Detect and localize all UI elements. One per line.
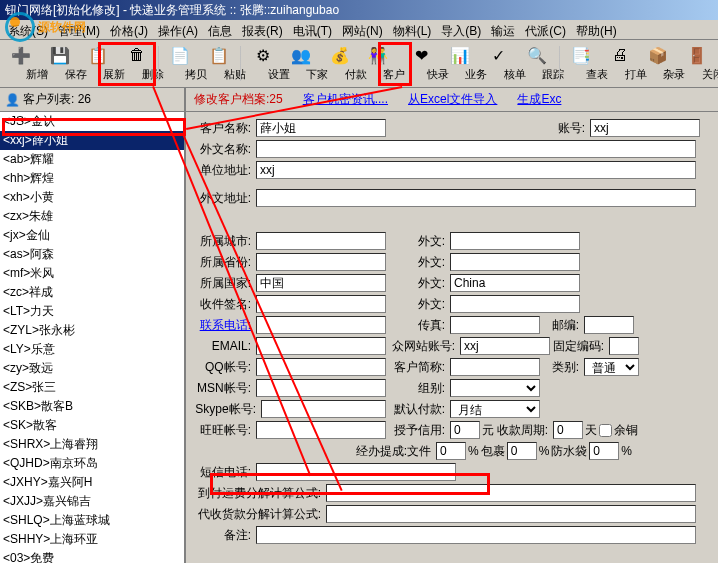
customer-item[interactable]: <SHHY>上海环亚 (0, 530, 184, 549)
menu-item[interactable]: 报表(R) (238, 22, 287, 37)
foreign-name-label: 外文名称: (194, 141, 254, 158)
customer-item[interactable]: <LT>力天 (0, 302, 184, 321)
qq-input[interactable] (256, 358, 386, 376)
period-label: 收款周期: (496, 422, 551, 439)
tool-icon: 🗑 (127, 45, 147, 65)
comm-pkg-input[interactable] (507, 442, 537, 460)
customer-item[interactable]: <zc>祥成 (0, 283, 184, 302)
excel-import-link[interactable]: 从Excel文件导入 (408, 91, 497, 108)
comm-bag-input[interactable] (589, 442, 619, 460)
customer-list[interactable]: <JS>金认<xxj>薛小姐<ab>辉耀<hh>辉煌<xh>小黄<zx>朱雄<j… (0, 112, 184, 563)
city-foreign-input[interactable] (450, 232, 580, 250)
country-input[interactable] (256, 274, 386, 292)
short-input[interactable] (450, 358, 540, 376)
sender-foreign-input[interactable] (450, 295, 580, 313)
excel-export-link[interactable]: 生成Exc (517, 91, 561, 108)
msn-label: MSN帐号: (194, 380, 254, 397)
fixed-code-label: 固定编码: (552, 338, 607, 355)
ww-input[interactable] (256, 421, 386, 439)
site-acct-input[interactable] (460, 337, 550, 355)
customer-item[interactable]: <LY>乐意 (0, 340, 184, 359)
customer-item[interactable]: <JXJJ>嘉兴锦吉 (0, 492, 184, 511)
menu-item[interactable]: 网站(N) (338, 22, 387, 37)
msn-input[interactable] (256, 379, 386, 397)
phone-input[interactable] (256, 316, 386, 334)
secret-link[interactable]: 客户机密资讯.... (303, 91, 388, 108)
menu-item[interactable]: 导入(B) (437, 22, 485, 37)
customer-item[interactable]: <SHLQ>上海蓝球城 (0, 511, 184, 530)
right-panel: 修改客户档案:25 客户机密资讯.... 从Excel文件导入 生成Exc 客户… (186, 88, 718, 563)
phone-label[interactable]: 联系电话: (194, 317, 254, 334)
customer-item[interactable]: <as>阿森 (0, 245, 184, 264)
customer-item[interactable]: <zx>朱雄 (0, 207, 184, 226)
customer-item[interactable]: <xh>小黄 (0, 188, 184, 207)
foreign-addr-input[interactable] (256, 189, 696, 207)
customer-item[interactable]: <ZS>张三 (0, 378, 184, 397)
edit-status: 修改客户档案:25 (194, 91, 283, 108)
unit-addr-input[interactable] (256, 161, 696, 179)
customer-item[interactable]: <zy>致远 (0, 359, 184, 378)
customer-form: 客户名称: 账号: 外文名称: 单位地址: 外文地址: (186, 112, 718, 563)
menu-item[interactable]: 代派(C) (521, 22, 570, 37)
tool-icon: ⚙ (253, 45, 273, 65)
customer-item[interactable]: <ZYL>张永彬 (0, 321, 184, 340)
defpay-select[interactable]: 月结 (450, 400, 540, 418)
tool-icon: ✓ (489, 45, 509, 65)
sender-input[interactable] (256, 295, 386, 313)
city-input[interactable] (256, 232, 386, 250)
cust-name-input[interactable] (256, 119, 386, 137)
tool-icon: 🖨 (610, 45, 630, 65)
menu-item[interactable]: 物料(L) (389, 22, 436, 37)
type-select[interactable]: 普通 (584, 358, 639, 376)
menu-item[interactable]: 信息 (204, 22, 236, 37)
customer-item[interactable]: <xxj>薛小姐 (0, 131, 184, 150)
customer-item[interactable]: <SK>散客 (0, 416, 184, 435)
sms-input[interactable] (256, 463, 456, 481)
post-input[interactable] (584, 316, 634, 334)
group-select[interactable] (450, 379, 540, 397)
type-label: 类别: (542, 359, 582, 376)
fax-input[interactable] (450, 316, 540, 334)
customer-item[interactable]: <jx>金仙 (0, 226, 184, 245)
customer-item[interactable]: <SHRX>上海睿翔 (0, 435, 184, 454)
customer-item[interactable]: <SKB>散客B (0, 397, 184, 416)
tool-icon: 📊 (450, 45, 470, 65)
customer-item[interactable]: <JXHY>嘉兴阿H (0, 473, 184, 492)
city-label: 所属城市: (194, 233, 254, 250)
menu-item[interactable]: 输运 (487, 22, 519, 37)
comm-file-input[interactable] (436, 442, 466, 460)
province-foreign-input[interactable] (450, 253, 580, 271)
province-input[interactable] (256, 253, 386, 271)
email-input[interactable] (256, 337, 386, 355)
f2-input[interactable] (326, 505, 696, 523)
account-input[interactable] (590, 119, 700, 137)
customer-item[interactable]: <JS>金认 (0, 112, 184, 131)
credit-input[interactable] (450, 421, 480, 439)
skype-input[interactable] (261, 400, 386, 418)
balance-checkbox[interactable] (599, 424, 612, 437)
customer-item[interactable]: <ab>辉耀 (0, 150, 184, 169)
f1-label: 到付运费分解计算公式: (194, 485, 324, 502)
customer-item[interactable]: <hh>辉煌 (0, 169, 184, 188)
menu-item[interactable]: 电讯(T) (289, 22, 336, 37)
customer-item[interactable]: <QJHD>南京环岛 (0, 454, 184, 473)
f1-input[interactable] (326, 484, 696, 502)
fixed-code-input[interactable] (609, 337, 639, 355)
menu-item[interactable]: 帮助(H) (572, 22, 621, 37)
person-icon: 👤 (5, 93, 20, 107)
foreign-name-input[interactable] (256, 140, 696, 158)
right-header: 修改客户档案:25 客户机密资讯.... 从Excel文件导入 生成Exc (186, 88, 718, 112)
country-foreign-input[interactable] (450, 274, 580, 292)
menu-item[interactable]: 操作(A) (154, 22, 202, 37)
customer-item[interactable]: <03>免费 (0, 549, 184, 563)
toolbar-关闭[interactable]: 🚪关闭 (677, 42, 716, 85)
menu-item[interactable]: 价格(J) (106, 22, 152, 37)
tool-icon: 👫 (368, 45, 388, 65)
customer-item[interactable]: <mf>米风 (0, 264, 184, 283)
remark-input[interactable] (256, 526, 696, 544)
period-input[interactable] (553, 421, 583, 439)
menu-bar[interactable]: 系统(S)管理(M)价格(J)操作(A)信息报表(R)电讯(T)网站(N)物料(… (0, 20, 718, 40)
tool-icon: ❤ (412, 45, 432, 65)
site-acct-label: 众网站账号: (388, 338, 458, 355)
fax-label: 传真: (388, 317, 448, 334)
